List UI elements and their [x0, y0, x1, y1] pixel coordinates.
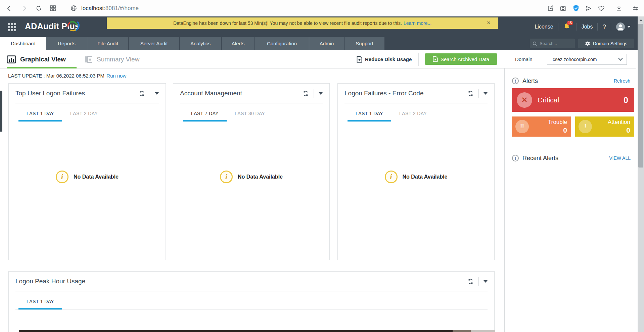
- banner-close-icon[interactable]: ✕: [487, 20, 491, 26]
- notification-count-badge: 15: [567, 21, 573, 25]
- favorites-heart-icon[interactable]: [598, 5, 605, 12]
- view-all-link[interactable]: VIEW ALL: [609, 155, 631, 161]
- dashboard-content: LAST UPDATE : Mar 06,2022 06:52:03 PMRun…: [0, 68, 504, 332]
- widget-logon-failures-error-code: Logon Failures - Error Code LAST 1 DAY L…: [337, 83, 495, 260]
- widget-menu-caret-icon[interactable]: [484, 92, 488, 95]
- browser-apps-grid-icon[interactable]: [49, 5, 56, 12]
- graphical-view-label: Graphical View: [20, 56, 66, 63]
- widget-menu-caret-icon[interactable]: [319, 92, 323, 95]
- shield-check-icon[interactable]: [572, 5, 580, 12]
- info-icon: i: [220, 171, 233, 183]
- dataengine-warning-banner: DataEngine has been down for last 53 Min…: [107, 17, 498, 29]
- attention-alerts-tile[interactable]: ! Attention 0: [575, 116, 634, 137]
- browser-back-icon[interactable]: [5, 5, 13, 12]
- license-link[interactable]: License: [535, 24, 553, 30]
- nav-tab-support[interactable]: Support: [344, 37, 385, 50]
- banner-learn-more-link[interactable]: Learn more...: [404, 20, 431, 26]
- browser-forward-icon[interactable]: [21, 5, 28, 12]
- summary-view-tab[interactable]: Summary View: [85, 50, 139, 68]
- address-bar[interactable]: localhost:8081/#/home: [81, 5, 139, 12]
- critical-label: Critical: [538, 96, 624, 104]
- bar-chart-icon: [7, 55, 16, 63]
- nav-tab-configuration[interactable]: Configuration: [255, 37, 309, 50]
- actions-separator: [478, 89, 479, 98]
- nav-tab-reports[interactable]: Reports: [46, 37, 87, 50]
- scrollbar-up-arrow-icon[interactable]: [638, 16, 644, 23]
- info-icon: i: [56, 171, 68, 183]
- send-icon[interactable]: [585, 5, 592, 12]
- search-input[interactable]: [540, 41, 571, 46]
- no-data-message: No Data Available: [403, 174, 448, 180]
- widget-menu-caret-icon[interactable]: [155, 92, 159, 95]
- nav-tab-dashboard[interactable]: Dashboard: [0, 37, 46, 50]
- alert-circle-icon: !: [512, 78, 519, 84]
- scrollbar-thumb[interactable]: [638, 24, 643, 168]
- card-divider: [180, 103, 323, 103]
- search-archived-data-button[interactable]: Search Archived Data: [425, 53, 497, 65]
- trouble-label: Trouble: [548, 119, 567, 126]
- critical-count: 0: [624, 95, 628, 105]
- jobs-link[interactable]: Jobs: [582, 24, 593, 30]
- alerts-sidebar: ! Alerts Refresh ✕ Critical 0 !! Trouble…: [504, 68, 636, 332]
- reduce-disk-usage-label: Reduce Disk Usage: [365, 56, 412, 62]
- refresh-icon[interactable]: [303, 90, 309, 97]
- widget-title: Logon Failures - Error Code: [344, 90, 467, 97]
- widget-title: Top User Logon Failures: [15, 90, 139, 97]
- refresh-icon[interactable]: [467, 90, 474, 97]
- banner-message: DataEngine has been down for last 53 Min…: [173, 20, 402, 26]
- period-tab-last-30-day[interactable]: LAST 30 DAY: [227, 111, 273, 122]
- edit-capture-icon[interactable]: [547, 5, 554, 12]
- card-divider: [15, 103, 159, 103]
- sidebar-divider: [505, 149, 636, 149]
- toolbar-separator: [418, 53, 419, 66]
- run-now-link[interactable]: Run now: [106, 73, 126, 79]
- browser-settings-sliders-icon[interactable]: [632, 5, 639, 12]
- nav-tab-analytics[interactable]: Analytics: [180, 37, 222, 50]
- attention-count: 0: [626, 126, 630, 134]
- domain-settings-button[interactable]: Domain Settings: [578, 39, 634, 48]
- camera-icon[interactable]: [559, 5, 567, 12]
- search-icon: [533, 41, 537, 46]
- period-tab-last-2-day[interactable]: LAST 2 DAY: [391, 111, 435, 122]
- user-menu[interactable]: [616, 22, 631, 32]
- alerts-refresh-link[interactable]: Refresh: [614, 78, 630, 84]
- nav-tab-file-audit[interactable]: File Audit: [87, 37, 129, 50]
- document-icon: [85, 55, 93, 63]
- trouble-alerts-tile[interactable]: !! Trouble 0: [512, 116, 571, 137]
- attention-label: Attention: [608, 119, 630, 126]
- card-divider: [344, 103, 488, 103]
- downloads-icon[interactable]: [615, 5, 623, 12]
- global-search[interactable]: [530, 39, 575, 48]
- period-tab-last-1-day[interactable]: LAST 1 DAY: [18, 299, 62, 310]
- search-archived-data-label: Search Archived Data: [441, 56, 489, 62]
- period-tab-last-1-day[interactable]: LAST 1 DAY: [18, 111, 62, 122]
- browser-reload-icon[interactable]: [35, 5, 42, 12]
- alerts-section-title: Alerts: [522, 78, 610, 85]
- info-icon: i: [385, 171, 398, 183]
- nav-tab-server-audit[interactable]: Server Audit: [129, 37, 180, 50]
- notifications-bell-icon[interactable]: 15: [563, 23, 572, 31]
- view-toolbar: Graphical View Summary View Reduce Disk …: [0, 50, 504, 68]
- refresh-icon[interactable]: [467, 278, 474, 285]
- period-tab-last-2-day[interactable]: LAST 2 DAY: [62, 111, 106, 122]
- domain-dropdown[interactable]: csez.zohocorpin.com: [547, 54, 627, 65]
- widget-title: Account Management: [180, 90, 303, 97]
- graphical-view-tab[interactable]: Graphical View: [7, 50, 77, 68]
- header-separator: [558, 23, 558, 31]
- critical-alerts-tile[interactable]: ✕ Critical 0: [512, 88, 634, 112]
- reduce-disk-usage-button[interactable]: Reduce Disk Usage: [357, 50, 412, 68]
- refresh-icon[interactable]: [139, 90, 145, 97]
- period-tab-last-1-day[interactable]: LAST 1 DAY: [348, 111, 391, 122]
- nav-tab-admin[interactable]: Admin: [309, 37, 344, 50]
- help-link[interactable]: ?: [602, 23, 606, 31]
- card-divider: [15, 291, 488, 291]
- period-tab-last-7-day[interactable]: LAST 7 DAY: [183, 111, 227, 122]
- main-navigation: Dashboard Reports File Audit Server Audi…: [0, 37, 644, 50]
- collapsed-panel-handle[interactable]: [0, 91, 2, 132]
- widget-menu-caret-icon[interactable]: [484, 280, 488, 283]
- apps-grid-icon[interactable]: [8, 23, 17, 32]
- no-data-message: No Data Available: [74, 174, 119, 180]
- nav-tab-alerts[interactable]: Alerts: [222, 37, 255, 50]
- page-scrollbar[interactable]: [638, 16, 644, 332]
- summary-view-label: Summary View: [97, 56, 139, 63]
